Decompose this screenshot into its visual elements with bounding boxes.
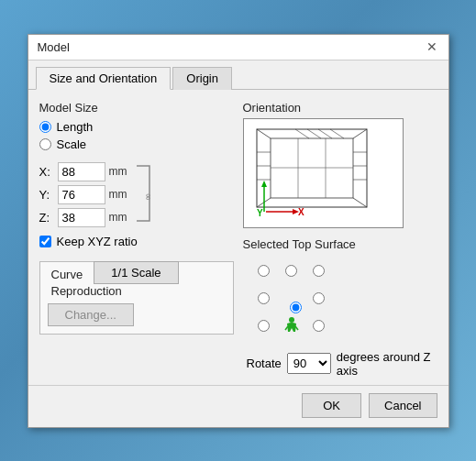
x-unit: mm xyxy=(109,165,127,178)
surface-row-top xyxy=(250,258,333,286)
y-label: Y: xyxy=(39,188,54,202)
svg-text:∞: ∞ xyxy=(142,193,153,200)
surface-cell-ml xyxy=(250,286,278,313)
surface-radio-mc[interactable] xyxy=(290,302,302,313)
tab-bar: Size and Orientation Origin xyxy=(28,60,448,90)
surface-grid-container xyxy=(250,258,437,341)
z-row: Z: mm xyxy=(39,208,127,227)
radio-scale-row: Scale xyxy=(39,137,234,151)
svg-line-27 xyxy=(285,326,288,330)
surface-radio-br[interactable] xyxy=(313,320,325,332)
svg-marker-21 xyxy=(261,181,267,187)
radio-scale[interactable] xyxy=(39,138,51,150)
x-label: X: xyxy=(39,165,54,179)
selected-surface-label: Selected Top Surface xyxy=(243,237,437,251)
keep-xyz-checkbox[interactable] xyxy=(39,236,51,247)
change-button[interactable]: Change... xyxy=(48,303,134,326)
radio-length-row: Length xyxy=(39,120,234,134)
surface-cell-mr xyxy=(305,286,333,313)
rotate-label: Rotate xyxy=(247,357,282,370)
tab-size-orientation[interactable]: Size and Orientation xyxy=(36,67,172,90)
surface-row-bot xyxy=(250,313,333,341)
svg-line-8 xyxy=(307,129,321,138)
svg-text:Y: Y xyxy=(257,208,263,218)
surface-row-mid xyxy=(250,286,333,313)
z-input[interactable] xyxy=(58,208,105,227)
orientation-box: Y X xyxy=(243,118,404,228)
surface-cell-tl xyxy=(250,258,278,286)
surface-cell-tc xyxy=(278,258,305,286)
orientation-svg: Y X xyxy=(248,120,399,225)
model-size-label: Model Size xyxy=(39,101,234,115)
right-panel: Orientation xyxy=(243,101,437,378)
surface-cell-mc xyxy=(278,286,305,313)
dialog-title: Model xyxy=(38,40,70,54)
surface-radio-tc[interactable] xyxy=(285,265,297,277)
surface-cell-br xyxy=(305,313,333,341)
xyz-link-bracket: ∞ xyxy=(133,162,153,225)
svg-point-26 xyxy=(289,317,294,323)
svg-text:X: X xyxy=(298,207,304,217)
x-input[interactable] xyxy=(58,162,105,181)
surface-grid xyxy=(250,258,333,341)
y-unit: mm xyxy=(109,188,127,201)
svg-rect-2 xyxy=(271,138,353,198)
x-row: X: mm xyxy=(39,162,127,181)
radio-scale-label: Scale xyxy=(57,137,87,151)
surface-radio-mr[interactable] xyxy=(313,292,325,304)
surface-radio-ml[interactable] xyxy=(258,292,270,304)
surface-radio-tl[interactable] xyxy=(258,265,270,277)
xyz-section: X: mm Y: mm Z: mm xyxy=(39,162,234,227)
main-content: Model Size Length Scale X: mm xyxy=(28,90,448,385)
radio-length-label: Length xyxy=(57,120,94,134)
surface-cell-tr xyxy=(305,258,333,286)
surface-radio-tr[interactable] xyxy=(313,265,325,277)
bracket-svg: ∞ xyxy=(133,162,153,225)
svg-line-28 xyxy=(295,326,298,330)
z-label: Z: xyxy=(39,211,54,225)
dialog-footer: OK Cancel xyxy=(28,385,448,427)
close-button[interactable]: ✕ xyxy=(425,40,439,53)
rotate-select[interactable]: 0 90 180 270 xyxy=(287,353,331,374)
svg-line-3 xyxy=(257,129,271,138)
surface-radio-bl[interactable] xyxy=(258,320,270,332)
svg-line-9 xyxy=(318,129,332,138)
radio-length[interactable] xyxy=(39,121,51,133)
rotate-row: Rotate 0 90 180 270 degrees around Z axi… xyxy=(247,350,437,378)
svg-line-10 xyxy=(330,129,344,138)
person-icon xyxy=(282,315,302,335)
xyz-inputs: X: mm Y: mm Z: mm xyxy=(39,162,127,227)
ok-button[interactable]: OK xyxy=(302,393,361,418)
degrees-label: degrees around Z axis xyxy=(337,350,437,378)
tab-origin[interactable]: Origin xyxy=(172,67,232,90)
svg-line-6 xyxy=(353,198,367,207)
scale-button[interactable]: 1/1 Scale xyxy=(94,261,178,284)
cancel-button[interactable]: Cancel xyxy=(369,393,437,418)
svg-line-7 xyxy=(295,129,309,138)
orientation-label: Orientation xyxy=(243,101,437,115)
y-row: Y: mm xyxy=(39,185,127,204)
y-input[interactable] xyxy=(58,185,105,204)
z-unit: mm xyxy=(109,211,127,224)
keep-xyz-row: Keep XYZ ratio xyxy=(39,235,234,248)
left-panel: Model Size Length Scale X: mm xyxy=(39,101,234,378)
title-bar: Model ✕ xyxy=(28,35,448,60)
svg-line-4 xyxy=(353,129,367,138)
keep-xyz-label: Keep XYZ ratio xyxy=(57,235,138,248)
model-dialog: Model ✕ Size and Orientation Origin Mode… xyxy=(28,34,449,428)
surface-cell-bc xyxy=(278,313,305,341)
surface-cell-bl xyxy=(250,313,278,341)
svg-rect-1 xyxy=(257,129,367,207)
model-size-radio-group: Length Scale xyxy=(39,120,234,151)
